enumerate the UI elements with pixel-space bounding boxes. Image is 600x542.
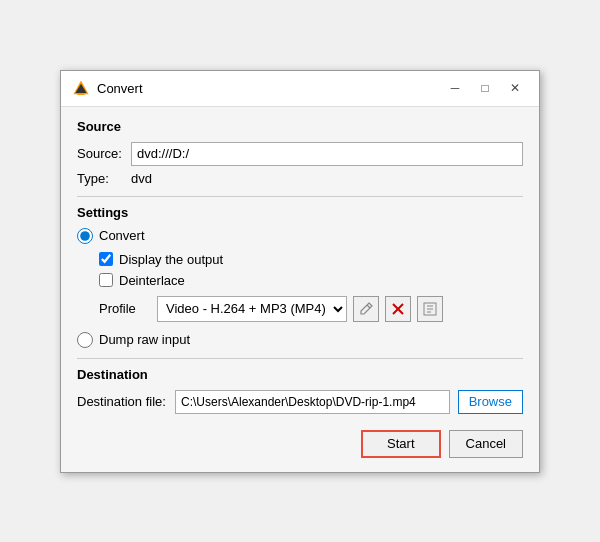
close-button[interactable]: ✕: [501, 77, 529, 99]
maximize-button[interactable]: □: [471, 77, 499, 99]
svg-rect-2: [77, 93, 85, 95]
profile-label: Profile: [99, 301, 151, 316]
profile-delete-button[interactable]: [385, 296, 411, 322]
destination-row: Destination file: Browse: [77, 390, 523, 414]
settings-section-label: Settings: [77, 205, 523, 220]
title-bar-left: Convert: [71, 78, 143, 98]
divider-2: [77, 358, 523, 359]
display-output-checkbox[interactable]: [99, 252, 113, 266]
profile-select[interactable]: Video - H.264 + MP3 (MP4): [157, 296, 347, 322]
convert-radio-row: Convert: [77, 228, 523, 244]
title-bar: Convert ─ □ ✕: [61, 71, 539, 107]
deinterlace-row: Deinterlace: [99, 273, 523, 288]
cancel-button[interactable]: Cancel: [449, 430, 523, 458]
divider-1: [77, 196, 523, 197]
window-controls: ─ □ ✕: [441, 77, 529, 99]
delete-icon: [391, 302, 405, 316]
convert-dialog: Convert ─ □ ✕ Source Source: Type: dvd S…: [60, 70, 540, 473]
profile-edit-button[interactable]: [353, 296, 379, 322]
new-profile-icon: [423, 302, 437, 316]
convert-radio-label: Convert: [99, 228, 145, 243]
profile-row: Profile Video - H.264 + MP3 (MP4): [99, 296, 523, 322]
profile-new-button[interactable]: [417, 296, 443, 322]
dump-label: Dump raw input: [99, 332, 190, 347]
dest-file-label: Destination file:: [77, 394, 167, 409]
source-section-label: Source: [77, 119, 523, 134]
footer-buttons: Start Cancel: [77, 430, 523, 458]
display-output-row: Display the output: [99, 252, 523, 267]
destination-section: Destination Destination file: Browse: [77, 367, 523, 414]
type-value: dvd: [131, 171, 152, 186]
settings-section: Settings Convert Display the output Dein…: [77, 205, 523, 348]
minimize-button[interactable]: ─: [441, 77, 469, 99]
display-output-label: Display the output: [119, 252, 223, 267]
destination-section-label: Destination: [77, 367, 523, 382]
browse-button[interactable]: Browse: [458, 390, 523, 414]
wrench-icon: [359, 302, 373, 316]
svg-line-3: [367, 305, 370, 308]
type-row: Type: dvd: [77, 171, 523, 186]
source-row: Source:: [77, 142, 523, 166]
source-input[interactable]: [131, 142, 523, 166]
window-title: Convert: [97, 81, 143, 96]
source-label: Source:: [77, 146, 125, 161]
destination-input[interactable]: [175, 390, 450, 414]
dialog-content: Source Source: Type: dvd Settings Conver…: [61, 107, 539, 472]
start-button[interactable]: Start: [361, 430, 440, 458]
deinterlace-checkbox[interactable]: [99, 273, 113, 287]
deinterlace-label: Deinterlace: [119, 273, 185, 288]
convert-radio[interactable]: [77, 228, 93, 244]
dump-radio-row: Dump raw input: [77, 332, 523, 348]
type-label: Type:: [77, 171, 125, 186]
dump-radio[interactable]: [77, 332, 93, 348]
source-section: Source Source: Type: dvd: [77, 119, 523, 186]
vlc-icon: [71, 78, 91, 98]
